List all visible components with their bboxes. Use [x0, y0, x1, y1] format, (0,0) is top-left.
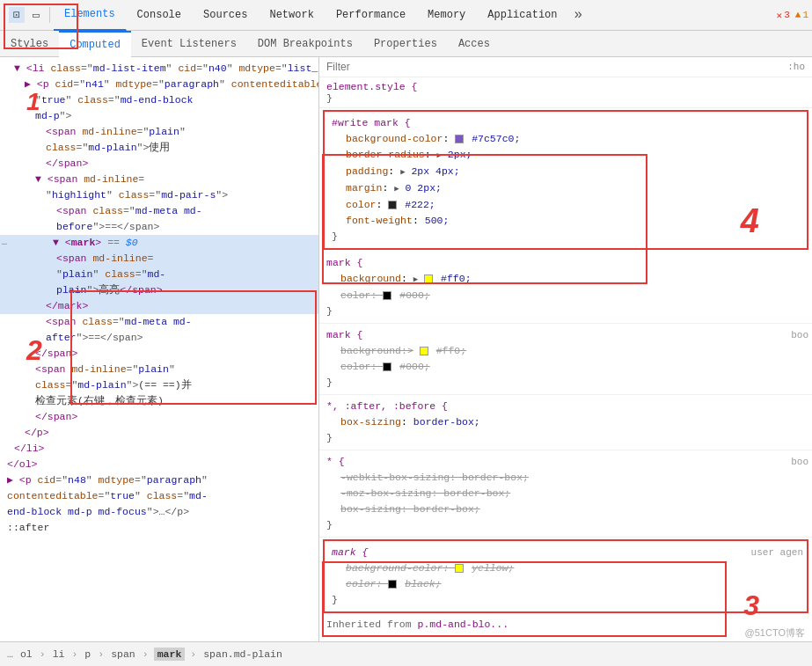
- element-style-selector: element.style {: [326, 81, 418, 92]
- dom-line[interactable]: </ol>: [0, 457, 318, 472]
- css-rule-selector: * { boo: [326, 454, 805, 470]
- dom-line-mark[interactable]: … ▼ <mark> == $0: [0, 235, 318, 251]
- main-split: ▼ <li class="md-list-item" cid="n40" mdt…: [0, 57, 812, 641]
- cursor-icon[interactable]: ⊡: [9, 7, 25, 23]
- element-style-block: element.style { }: [319, 77, 812, 108]
- dom-line[interactable]: ▼ <li class="md-list-item" cid="n40" mdt…: [0, 61, 318, 77]
- css-rule-close: }: [326, 304, 805, 319]
- toolbar-errors: ✕ 3 ▲ 1: [777, 10, 808, 21]
- subtab-computed[interactable]: Computed: [59, 31, 131, 57]
- color-swatch-yellow[interactable]: [424, 274, 433, 283]
- color-swatch-yellow3[interactable]: [455, 564, 464, 573]
- css-property-color-italic: color: black;: [332, 576, 800, 592]
- css-rule-close: }: [332, 592, 800, 608]
- dom-line[interactable]: </li>: [0, 441, 318, 457]
- dom-line[interactable]: </p>: [0, 425, 318, 441]
- breadcrumb-span-md-plain[interactable]: span.md-plain: [201, 648, 284, 660]
- css-property-box-sizing: box-sizing: border-box;: [326, 414, 805, 430]
- css-rule-close: }: [326, 430, 805, 446]
- dom-line-after[interactable]: ::after: [0, 520, 318, 536]
- triangle-border-radius[interactable]: ▶: [437, 148, 442, 164]
- dom-line[interactable]: 检查元素(右键，检查元素): [0, 393, 318, 409]
- dom-line[interactable]: ▶ <p cid="n41" mdtype="paragraph" conten…: [0, 77, 318, 92]
- device-icon[interactable]: ▭: [28, 7, 44, 23]
- breadcrumb-li[interactable]: li: [51, 648, 67, 660]
- dom-line[interactable]: <span md-inline=: [0, 251, 318, 267]
- dom-panel[interactable]: ▼ <li class="md-list-item" cid="n40" mdt…: [0, 57, 319, 641]
- warning-count: 1: [802, 10, 808, 20]
- triangle-padding[interactable]: ▶: [400, 165, 405, 180]
- triangle-margin[interactable]: ▶: [394, 181, 399, 197]
- dom-line[interactable]: </span>: [0, 156, 318, 172]
- dom-line[interactable]: contenteditable="true" class="md-: [0, 488, 318, 504]
- css-property-margin: margin: ▶ 0 2px;: [332, 180, 800, 197]
- dom-line[interactable]: plain">高亮</span>: [0, 282, 318, 298]
- tab-performance[interactable]: Performance: [326, 0, 417, 31]
- subtab-properties[interactable]: Properties: [363, 31, 448, 57]
- css-rule-mark-2: mark { boo background:> #ff0; color: #00…: [319, 324, 812, 395]
- tab-elements[interactable]: Elements: [54, 0, 127, 31]
- dom-line[interactable]: </span>: [0, 409, 318, 425]
- dom-dollar0: $0: [126, 237, 138, 248]
- color-swatch-black[interactable]: [383, 291, 391, 300]
- dom-line[interactable]: ▶ <p cid="n48" mdtype="paragraph": [0, 472, 318, 488]
- dom-line[interactable]: class="md-plain">使用: [0, 140, 318, 156]
- filter-input[interactable]: [326, 61, 485, 73]
- more-tabs-button[interactable]: »: [569, 7, 589, 23]
- subtab-accessibility[interactable]: Acces: [448, 31, 501, 57]
- css-property-bg: background: ▶ #ff0;: [326, 271, 805, 288]
- tab-application[interactable]: Application: [477, 0, 568, 31]
- tab-network[interactable]: Network: [259, 0, 325, 31]
- css-property-bg-color-italic: background-color: yellow;: [332, 560, 800, 576]
- color-swatch-black3[interactable]: [388, 580, 397, 589]
- breadcrumb-span[interactable]: span: [109, 648, 137, 660]
- dom-line[interactable]: before">==</span>: [0, 219, 318, 235]
- css-moz: -moz-box-sizing: border-box;: [326, 486, 805, 501]
- color-swatch-purple[interactable]: [455, 135, 464, 143]
- styles-panel[interactable]: :ho element.style { } #write mark { back…: [319, 57, 812, 641]
- color-swatch-dark[interactable]: [388, 201, 397, 209]
- dom-line[interactable]: md-p">: [0, 108, 318, 124]
- css-property-color-2: color: #000;: [326, 288, 805, 304]
- dom-line[interactable]: ▼ <span md-inline=: [0, 172, 318, 187]
- dom-line[interactable]: <span class="md-meta md-: [0, 203, 318, 219]
- tab-console[interactable]: Console: [127, 0, 193, 31]
- breadcrumb-p[interactable]: p: [83, 648, 92, 660]
- dom-line[interactable]: <span class="md-meta md-: [0, 314, 318, 330]
- subtab-styles[interactable]: Styles: [0, 31, 59, 57]
- color-swatch-black2[interactable]: [383, 362, 391, 371]
- dom-line[interactable]: <span md-inline="plain": [0, 362, 318, 377]
- dom-line-mark-close[interactable]: </mark>: [0, 298, 318, 314]
- css-rule-selector: #write mark {: [332, 115, 800, 131]
- dom-line[interactable]: </span>: [0, 346, 318, 362]
- error-icon: ✕: [777, 10, 783, 21]
- dom-line[interactable]: "plain" class="md-: [0, 267, 318, 282]
- css-rule-universal-2: * { boo -webkit-box-sizing: border-box; …: [319, 450, 812, 538]
- triangle-bg[interactable]: ▶: [413, 272, 418, 288]
- dom-line[interactable]: class="md-plain">(== ==)并: [0, 377, 318, 393]
- dom-line[interactable]: after">==</span>: [0, 330, 318, 346]
- breadcrumb-ol[interactable]: ol: [18, 648, 34, 660]
- tab-sources[interactable]: Sources: [193, 0, 259, 31]
- dom-line[interactable]: <span md-inline="plain": [0, 124, 318, 140]
- color-swatch-yellow2[interactable]: [420, 347, 428, 355]
- source-label-useragent: user agen: [751, 545, 803, 560]
- subtab-event-listeners[interactable]: Event Listeners: [131, 31, 247, 57]
- dom-line[interactable]: end-block md-p md-focus">…</p>: [0, 504, 318, 520]
- warning-badge[interactable]: ▲ 1: [795, 10, 808, 20]
- source-label-boo1: boo: [791, 327, 808, 343]
- error-badge[interactable]: ✕ 3: [777, 10, 790, 21]
- dom-line[interactable]: "highlight" class="md-pair-s">: [0, 187, 318, 203]
- css-webkit: -webkit-box-sizing: border-box;: [326, 470, 805, 486]
- breadcrumb-mark[interactable]: mark: [154, 648, 186, 661]
- filter-bar: :ho: [319, 57, 812, 77]
- css-property-background-color: background-color: #7c57c0;: [332, 131, 800, 147]
- tag-li-open: ▼ <li: [14, 62, 45, 74]
- subtab-dom-breakpoints[interactable]: DOM Breakpoints: [247, 31, 363, 57]
- css-property-border-radius: border-radius: ▶ 2px;: [332, 147, 800, 164]
- warning-icon: ▲: [795, 10, 801, 20]
- bottom-bar: … ol › li › p › span › mark › span.md-pl…: [0, 641, 812, 666]
- tab-memory[interactable]: Memory: [417, 0, 477, 31]
- dom-line[interactable]: "true" class="md-end-block: [0, 92, 318, 108]
- css-rule-close: }: [332, 229, 800, 245]
